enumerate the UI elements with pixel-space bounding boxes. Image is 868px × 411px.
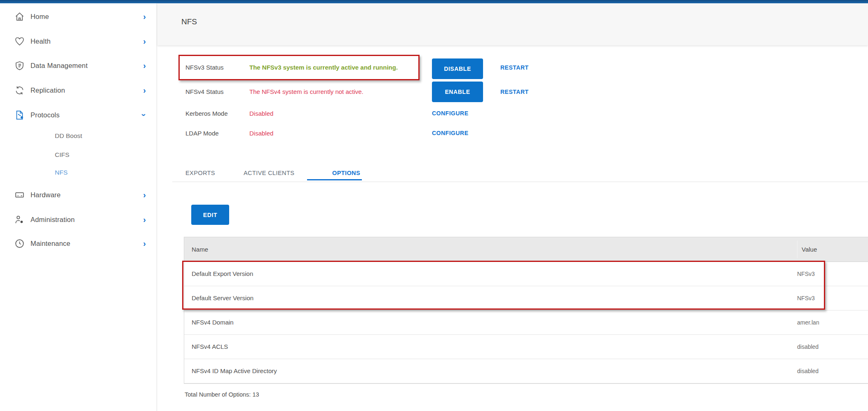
user-gear-icon [14, 214, 25, 225]
tab-divider-line [172, 182, 868, 182]
sidebar-item-maintenance[interactable]: Maintenance › [0, 234, 157, 252]
option-name: Default Export Version [192, 262, 253, 286]
chevron-right-icon: › [143, 215, 146, 224]
kerberos-mode-value: Disabled [249, 110, 273, 117]
disable-button[interactable]: DISABLE [432, 58, 483, 79]
edit-button[interactable]: EDIT [191, 205, 229, 225]
active-tab-underline [307, 179, 362, 180]
ldap-mode-value: Disabled [249, 130, 273, 137]
total-options-count: Total Number of Options: 13 [185, 391, 259, 398]
sidebar-item-cifs[interactable]: CIFS [55, 148, 69, 162]
tab-exports[interactable]: EXPORTS [185, 170, 215, 176]
top-bar [0, 0, 868, 3]
chevron-right-icon: › [143, 37, 146, 45]
option-name: NFSv4 ACLS [192, 335, 228, 359]
chevron-right-icon: › [143, 191, 146, 199]
nfsv3-status-text: The NFSv3 system is currently active and… [249, 64, 398, 71]
table-row-nfsv4-domain[interactable]: NFSv4 Domain amer.lan [184, 311, 868, 335]
kerberos-configure-link[interactable]: CONFIGURE [432, 110, 469, 117]
tab-options[interactable]: OPTIONS [332, 170, 360, 176]
kerberos-mode-label: Kerberos Mode [185, 110, 228, 117]
nfsv4-status-text: The NFSv4 system is currently not active… [249, 88, 364, 95]
sidebar-item-data-management[interactable]: Data Management › [0, 56, 157, 75]
sidebar: Home › Health › Data Management › [0, 3, 157, 411]
column-header-name: Name [192, 237, 208, 262]
chevron-right-icon: › [143, 86, 146, 94]
enable-button[interactable]: ENABLE [432, 82, 483, 102]
option-value: disabled [797, 359, 819, 383]
sync-icon [14, 85, 25, 96]
sidebar-item-label: Health [30, 37, 51, 45]
page-header [157, 3, 868, 45]
option-value: disabled [797, 335, 819, 359]
sidebar-item-dd-boost[interactable]: DD Boost [55, 129, 82, 143]
heart-icon [14, 36, 25, 47]
chevron-right-icon: › [143, 12, 146, 21]
tab-active-clients[interactable]: ACTIVE CLIENTS [244, 170, 294, 176]
table-row-default-server-version[interactable]: Default Server Version NFSv3 [184, 286, 868, 311]
sidebar-subitem-label: DD Boost [55, 132, 82, 140]
sidebar-item-label: Maintenance [30, 240, 70, 248]
nfsv3-status-label: NFSv3 Status [185, 64, 224, 71]
clock-icon [14, 238, 25, 249]
sidebar-item-replication[interactable]: Replication › [0, 81, 157, 99]
column-header-value-cell: Value [797, 241, 868, 258]
sidebar-subitem-label: NFS [55, 169, 68, 176]
sidebar-item-label: Hardware [30, 191, 61, 199]
shield-icon [14, 60, 25, 71]
sidebar-item-label: Replication [30, 86, 65, 94]
option-name: NFSv4 ID Map Active Directory [192, 359, 277, 383]
option-name: NFSv4 Domain [192, 311, 234, 334]
options-table: Name Value Default Export Version NFSv3 … [184, 237, 868, 384]
sidebar-item-label: Protocols [30, 111, 60, 119]
sidebar-item-protocols[interactable]: Protocols › [0, 106, 157, 124]
sidebar-item-hardware[interactable]: Hardware › [0, 186, 157, 204]
ldap-mode-label: LDAP Mode [185, 130, 219, 137]
chevron-down-icon: › [141, 114, 149, 117]
nfsv4-status-label: NFSv4 Status [185, 88, 224, 95]
option-value: amer.lan [797, 311, 819, 334]
table-header-row: Name Value [184, 237, 868, 262]
page-title: NFS [181, 17, 197, 26]
sidebar-item-label: Administration [30, 216, 75, 224]
sidebar-item-nfs[interactable]: NFS [55, 166, 68, 180]
chevron-right-icon: › [143, 61, 146, 70]
option-value: NFSv3 [797, 286, 815, 310]
document-gear-icon [14, 110, 25, 121]
table-row-default-export-version[interactable]: Default Export Version NFSv3 [184, 262, 868, 286]
table-row-nfsv4-id-map-active-directory[interactable]: NFSv4 ID Map Active Directory disabled [184, 359, 868, 383]
sidebar-item-label: Data Management [30, 62, 88, 70]
sidebar-item-health[interactable]: Health › [0, 32, 157, 50]
column-header-value: Value [802, 241, 868, 259]
sidebar-item-home[interactable]: Home › [0, 7, 157, 26]
sidebar-item-administration[interactable]: Administration › [0, 210, 157, 229]
sidebar-item-label: Home [30, 13, 49, 21]
table-row-nfsv4-acls[interactable]: NFSv4 ACLS disabled [184, 335, 868, 359]
nfsv4-restart-link[interactable]: RESTART [500, 89, 529, 95]
sidebar-subitem-label: CIFS [55, 151, 69, 159]
chevron-right-icon: › [143, 239, 146, 248]
app-window: Home › Health › Data Management › [0, 0, 868, 411]
option-value: NFSv3 [797, 262, 815, 286]
ldap-configure-link[interactable]: CONFIGURE [432, 130, 469, 136]
drive-icon [14, 189, 25, 201]
home-icon [14, 11, 25, 22]
nfsv3-restart-link[interactable]: RESTART [500, 64, 529, 71]
option-name: Default Server Version [192, 286, 253, 310]
